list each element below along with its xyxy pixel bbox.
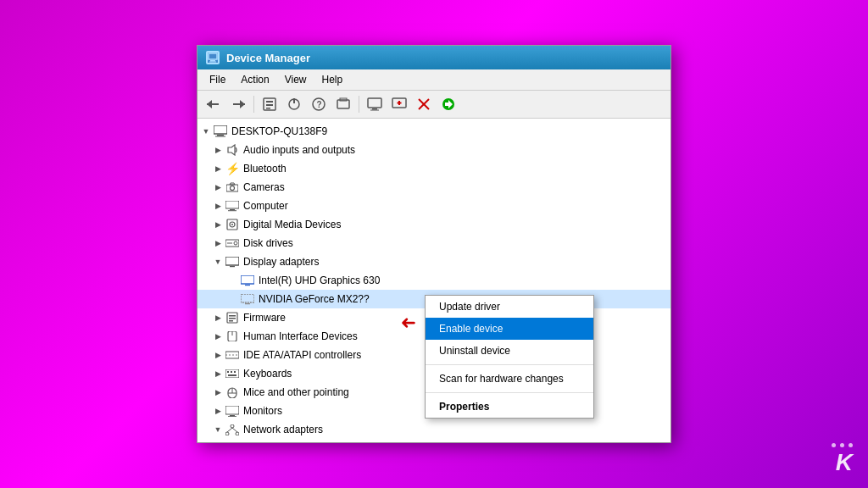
bluetooth-icon: ⚡ (225, 162, 240, 175)
menu-view[interactable]: View (278, 71, 314, 88)
properties-button[interactable] (259, 94, 281, 114)
svg-rect-0 (209, 53, 217, 59)
bluetooth-label: Bluetooth (243, 163, 287, 175)
svg-point-68 (231, 424, 234, 428)
root-label: DESKTOP-QU138F9 (231, 125, 327, 137)
disk-label: Disk drives (243, 237, 293, 249)
ctx-scan-hardware[interactable]: Scan for hardware changes (426, 368, 593, 390)
mice-expand: ▶ (213, 387, 223, 397)
firmware-label: Firmware (243, 312, 286, 324)
svg-rect-29 (215, 136, 225, 137)
hid-icon (225, 330, 240, 343)
intel-gpu-label: Intel(R) UHD Graphics 630 (259, 274, 380, 286)
svg-point-70 (236, 432, 239, 435)
ctx-uninstall-device[interactable]: Uninstall device (426, 340, 593, 362)
disk-expand: ▶ (213, 238, 223, 248)
audio-label: Audio inputs and outputs (243, 144, 355, 156)
digital-media-icon (225, 218, 240, 231)
svg-rect-59 (231, 371, 232, 373)
svg-rect-67 (228, 416, 236, 417)
menu-help[interactable]: Help (315, 71, 350, 88)
ctx-properties[interactable]: Properties (426, 396, 593, 418)
disp-expand: ▼ (213, 257, 223, 267)
scan-button[interactable] (283, 94, 305, 114)
svg-rect-8 (266, 101, 273, 103)
tree-bluetooth[interactable]: ▶ ⚡ Bluetooth (198, 159, 670, 178)
ctx-enable-device[interactable]: Enable device (426, 318, 593, 340)
svg-rect-1 (210, 60, 215, 62)
svg-rect-44 (230, 266, 235, 267)
svg-line-71 (227, 428, 232, 432)
add-button[interactable] (388, 94, 410, 114)
tree-computer[interactable]: ▶ Computer (198, 197, 670, 215)
toolbar-sep-2 (359, 96, 359, 113)
tree-intel-gpu[interactable]: ▶ Intel(R) UHD Graphics 630 (198, 271, 670, 290)
tree-root[interactable]: ▼ DESKTOP-QU138F9 (198, 122, 670, 141)
display-label: Display adapters (243, 256, 319, 268)
svg-rect-58 (227, 371, 229, 373)
svg-point-42 (234, 241, 237, 245)
driver-button[interactable] (332, 94, 354, 114)
device-tree: ▼ DESKTOP-QU138F9 ▶ Audio inputs and out… (198, 119, 670, 442)
svg-rect-45 (241, 275, 254, 284)
forward-button[interactable] (227, 94, 249, 114)
svg-rect-66 (230, 415, 235, 416)
svg-rect-10 (266, 108, 270, 109)
svg-rect-65 (225, 406, 239, 414)
hid-label: Human Interface Devices (243, 330, 358, 342)
svg-rect-34 (225, 201, 239, 208)
dmd-expand: ▶ (213, 219, 223, 230)
audio-icon (225, 143, 240, 157)
computer2-icon (225, 199, 240, 213)
audio-expand: ▶ (213, 145, 223, 155)
monitor-icon (225, 404, 240, 418)
root-collapse-icon: ▼ (201, 126, 211, 136)
ide-icon (225, 348, 240, 362)
svg-point-69 (225, 432, 229, 435)
toolbar-sep-1 (253, 96, 254, 113)
svg-rect-50 (229, 315, 236, 317)
svg-rect-51 (229, 318, 236, 319)
tree-cameras[interactable]: ▶ Cameras (198, 178, 670, 197)
ctx-sep-2 (426, 392, 593, 393)
ctx-update-driver[interactable]: Update driver (426, 296, 593, 318)
back-button[interactable] (203, 94, 225, 114)
svg-rect-60 (234, 371, 236, 373)
svg-rect-27 (214, 125, 227, 134)
svg-rect-18 (372, 108, 377, 110)
tree-network[interactable]: ▼ Network adapters (198, 420, 670, 439)
svg-rect-46 (245, 285, 250, 286)
firmware-icon (225, 311, 240, 324)
hid-expand: ▶ (213, 331, 223, 341)
camera-icon (225, 180, 240, 194)
svg-rect-52 (229, 320, 233, 322)
svg-rect-57 (225, 369, 239, 378)
nvidia-gpu-label: NVIDIA GeForce MX2?? (259, 293, 370, 305)
svg-marker-30 (228, 145, 235, 155)
refresh-button[interactable] (437, 94, 459, 114)
watermark-letter: K (836, 449, 853, 476)
tree-digital-media[interactable]: ▶ Digital Media Devices (198, 215, 670, 234)
kb-expand: ▶ (213, 369, 223, 379)
tree-display[interactable]: ▼ Display adapters (198, 252, 670, 271)
menu-bar: File Action View Help (198, 69, 670, 91)
monitor-button[interactable] (364, 94, 386, 114)
monitors-label: Monitors (243, 405, 282, 417)
intel-gpu-icon (240, 274, 255, 287)
watermark-dots (832, 443, 853, 447)
digital-media-label: Digital Media Devices (243, 219, 341, 230)
computer-label: Computer (243, 200, 288, 212)
title-bar: Device Manager (198, 46, 670, 69)
help-button[interactable]: ? (308, 94, 330, 114)
tree-disk[interactable]: ▶ Disk drives (198, 234, 670, 252)
window-icon (206, 51, 220, 64)
svg-point-32 (231, 186, 235, 191)
toolbar: ? (198, 91, 670, 119)
ide-label: IDE ATA/ATAPI controllers (243, 349, 361, 361)
menu-action[interactable]: Action (234, 71, 275, 88)
svg-rect-35 (230, 209, 235, 210)
remove-button[interactable] (413, 94, 435, 114)
tree-audio[interactable]: ▶ Audio inputs and outputs (198, 141, 670, 159)
menu-file[interactable]: File (203, 71, 232, 88)
svg-rect-19 (370, 110, 379, 111)
